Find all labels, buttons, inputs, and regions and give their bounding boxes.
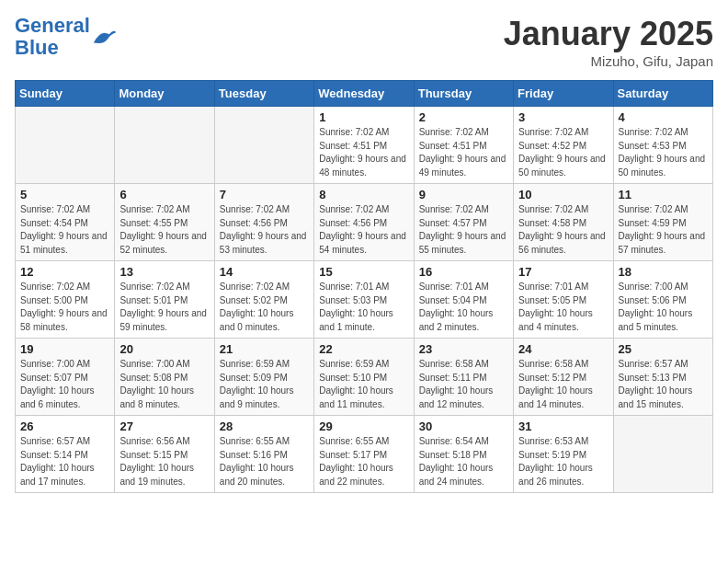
weekday-header-thursday: Thursday bbox=[414, 81, 513, 107]
calendar-day-cell: 27Sunrise: 6:56 AM Sunset: 5:15 PM Dayli… bbox=[115, 416, 214, 493]
day-number: 21 bbox=[220, 342, 309, 356]
day-number: 24 bbox=[518, 342, 608, 356]
day-number: 2 bbox=[419, 110, 508, 124]
day-number: 3 bbox=[518, 110, 608, 124]
day-number: 6 bbox=[119, 188, 209, 201]
logo-text: GeneralBlue bbox=[15, 15, 90, 59]
day-number: 20 bbox=[119, 342, 209, 356]
weekday-header-tuesday: Tuesday bbox=[214, 81, 313, 107]
day-info: Sunrise: 7:00 AM Sunset: 5:08 PM Dayligh… bbox=[119, 358, 209, 411]
weekday-header-row: SundayMondayTuesdayWednesdayThursdayFrid… bbox=[16, 81, 713, 107]
calendar-day-cell bbox=[115, 107, 214, 184]
calendar-day-cell: 17Sunrise: 7:01 AM Sunset: 5:05 PM Dayli… bbox=[514, 261, 613, 339]
day-info: Sunrise: 6:53 AM Sunset: 5:19 PM Dayligh… bbox=[518, 435, 608, 488]
day-info: Sunrise: 7:01 AM Sunset: 5:04 PM Dayligh… bbox=[419, 281, 508, 334]
calendar-day-cell: 11Sunrise: 7:02 AM Sunset: 4:59 PM Dayli… bbox=[613, 184, 712, 261]
calendar-day-cell: 29Sunrise: 6:55 AM Sunset: 5:17 PM Dayli… bbox=[314, 416, 414, 493]
day-number: 29 bbox=[319, 419, 408, 433]
day-number: 26 bbox=[20, 419, 109, 433]
calendar-day-cell bbox=[16, 107, 115, 184]
day-info: Sunrise: 6:54 AM Sunset: 5:18 PM Dayligh… bbox=[419, 435, 508, 488]
day-number: 17 bbox=[518, 265, 608, 279]
calendar-day-cell: 14Sunrise: 7:02 AM Sunset: 5:02 PM Dayli… bbox=[214, 261, 313, 339]
day-info: Sunrise: 6:55 AM Sunset: 5:17 PM Dayligh… bbox=[319, 435, 408, 488]
day-info: Sunrise: 7:02 AM Sunset: 4:54 PM Dayligh… bbox=[20, 203, 109, 257]
day-number: 18 bbox=[619, 265, 708, 279]
day-info: Sunrise: 6:59 AM Sunset: 5:09 PM Dayligh… bbox=[220, 358, 309, 411]
weekday-header-sunday: Sunday bbox=[16, 81, 115, 107]
day-info: Sunrise: 6:58 AM Sunset: 5:11 PM Dayligh… bbox=[419, 358, 508, 411]
calendar-day-cell: 20Sunrise: 7:00 AM Sunset: 5:08 PM Dayli… bbox=[115, 339, 214, 416]
day-info: Sunrise: 6:56 AM Sunset: 5:15 PM Dayligh… bbox=[119, 435, 209, 488]
day-number: 11 bbox=[619, 188, 708, 201]
calendar-day-cell bbox=[214, 107, 313, 184]
day-info: Sunrise: 6:58 AM Sunset: 5:12 PM Dayligh… bbox=[518, 358, 608, 411]
day-number: 5 bbox=[20, 188, 109, 201]
day-number: 15 bbox=[319, 265, 408, 279]
day-number: 13 bbox=[119, 265, 209, 279]
day-info: Sunrise: 7:01 AM Sunset: 5:05 PM Dayligh… bbox=[518, 281, 608, 334]
calendar-day-cell: 18Sunrise: 7:00 AM Sunset: 5:06 PM Dayli… bbox=[613, 261, 712, 339]
calendar-day-cell: 8Sunrise: 7:02 AM Sunset: 4:56 PM Daylig… bbox=[314, 184, 414, 261]
day-number: 4 bbox=[619, 110, 708, 124]
day-info: Sunrise: 6:57 AM Sunset: 5:13 PM Dayligh… bbox=[619, 358, 708, 411]
day-number: 10 bbox=[518, 188, 608, 201]
calendar-week-row: 19Sunrise: 7:00 AM Sunset: 5:07 PM Dayli… bbox=[16, 339, 713, 416]
page-header: GeneralBlue January 2025 Mizuho, Gifu, J… bbox=[15, 15, 713, 69]
day-info: Sunrise: 7:00 AM Sunset: 5:06 PM Dayligh… bbox=[619, 281, 708, 334]
day-number: 30 bbox=[419, 419, 508, 433]
calendar-day-cell: 31Sunrise: 6:53 AM Sunset: 5:19 PM Dayli… bbox=[514, 416, 613, 493]
day-info: Sunrise: 7:01 AM Sunset: 5:03 PM Dayligh… bbox=[319, 281, 408, 334]
day-info: Sunrise: 6:57 AM Sunset: 5:14 PM Dayligh… bbox=[20, 435, 109, 488]
calendar-day-cell: 5Sunrise: 7:02 AM Sunset: 4:54 PM Daylig… bbox=[16, 184, 115, 261]
day-info: Sunrise: 7:02 AM Sunset: 4:56 PM Dayligh… bbox=[319, 203, 408, 257]
calendar-day-cell: 13Sunrise: 7:02 AM Sunset: 5:01 PM Dayli… bbox=[115, 261, 214, 339]
calendar-day-cell: 30Sunrise: 6:54 AM Sunset: 5:18 PM Dayli… bbox=[414, 416, 513, 493]
calendar-day-cell: 1Sunrise: 7:02 AM Sunset: 4:51 PM Daylig… bbox=[314, 107, 414, 184]
day-info: Sunrise: 7:02 AM Sunset: 4:58 PM Dayligh… bbox=[518, 203, 608, 257]
day-number: 28 bbox=[220, 419, 309, 433]
calendar-day-cell: 12Sunrise: 7:02 AM Sunset: 5:00 PM Dayli… bbox=[16, 261, 115, 339]
day-number: 16 bbox=[419, 265, 508, 279]
calendar-day-cell: 3Sunrise: 7:02 AM Sunset: 4:52 PM Daylig… bbox=[514, 107, 613, 184]
day-number: 27 bbox=[119, 419, 209, 433]
calendar-week-row: 26Sunrise: 6:57 AM Sunset: 5:14 PM Dayli… bbox=[16, 416, 713, 493]
day-info: Sunrise: 6:59 AM Sunset: 5:10 PM Dayligh… bbox=[319, 358, 408, 411]
calendar-week-row: 12Sunrise: 7:02 AM Sunset: 5:00 PM Dayli… bbox=[16, 261, 713, 339]
calendar-day-cell: 7Sunrise: 7:02 AM Sunset: 4:56 PM Daylig… bbox=[214, 184, 313, 261]
calendar-week-row: 5Sunrise: 7:02 AM Sunset: 4:54 PM Daylig… bbox=[16, 184, 713, 261]
calendar-day-cell: 26Sunrise: 6:57 AM Sunset: 5:14 PM Dayli… bbox=[16, 416, 115, 493]
calendar-day-cell: 22Sunrise: 6:59 AM Sunset: 5:10 PM Dayli… bbox=[314, 339, 414, 416]
day-number: 31 bbox=[518, 419, 608, 433]
day-number: 8 bbox=[319, 188, 408, 201]
location-subtitle: Mizuho, Gifu, Japan bbox=[504, 53, 713, 69]
weekday-header-monday: Monday bbox=[115, 81, 214, 107]
logo-bird-icon bbox=[92, 27, 118, 47]
calendar-day-cell: 10Sunrise: 7:02 AM Sunset: 4:58 PM Dayli… bbox=[514, 184, 613, 261]
title-area: January 2025 Mizuho, Gifu, Japan bbox=[504, 15, 713, 69]
calendar-day-cell: 25Sunrise: 6:57 AM Sunset: 5:13 PM Dayli… bbox=[613, 339, 712, 416]
calendar-day-cell: 23Sunrise: 6:58 AM Sunset: 5:11 PM Dayli… bbox=[414, 339, 513, 416]
calendar-day-cell: 21Sunrise: 6:59 AM Sunset: 5:09 PM Dayli… bbox=[214, 339, 313, 416]
calendar-week-row: 1Sunrise: 7:02 AM Sunset: 4:51 PM Daylig… bbox=[16, 107, 713, 184]
weekday-header-wednesday: Wednesday bbox=[314, 81, 414, 107]
calendar-table: SundayMondayTuesdayWednesdayThursdayFrid… bbox=[15, 80, 713, 493]
day-number: 12 bbox=[20, 265, 109, 279]
day-number: 19 bbox=[20, 342, 109, 356]
day-info: Sunrise: 7:02 AM Sunset: 5:02 PM Dayligh… bbox=[220, 281, 309, 334]
day-info: Sunrise: 7:02 AM Sunset: 4:51 PM Dayligh… bbox=[319, 126, 408, 179]
day-info: Sunrise: 6:55 AM Sunset: 5:16 PM Dayligh… bbox=[220, 435, 309, 488]
calendar-day-cell: 24Sunrise: 6:58 AM Sunset: 5:12 PM Dayli… bbox=[514, 339, 613, 416]
day-info: Sunrise: 7:02 AM Sunset: 4:53 PM Dayligh… bbox=[619, 126, 708, 179]
day-info: Sunrise: 7:02 AM Sunset: 4:55 PM Dayligh… bbox=[119, 203, 209, 257]
calendar-day-cell: 9Sunrise: 7:02 AM Sunset: 4:57 PM Daylig… bbox=[414, 184, 513, 261]
day-info: Sunrise: 7:00 AM Sunset: 5:07 PM Dayligh… bbox=[20, 358, 109, 411]
day-number: 9 bbox=[419, 188, 508, 201]
calendar-day-cell: 4Sunrise: 7:02 AM Sunset: 4:53 PM Daylig… bbox=[613, 107, 712, 184]
day-number: 23 bbox=[419, 342, 508, 356]
day-info: Sunrise: 7:02 AM Sunset: 4:57 PM Dayligh… bbox=[419, 203, 508, 257]
month-title: January 2025 bbox=[504, 15, 713, 53]
day-number: 25 bbox=[619, 342, 708, 356]
day-info: Sunrise: 7:02 AM Sunset: 5:00 PM Dayligh… bbox=[20, 281, 109, 334]
calendar-day-cell: 6Sunrise: 7:02 AM Sunset: 4:55 PM Daylig… bbox=[115, 184, 214, 261]
